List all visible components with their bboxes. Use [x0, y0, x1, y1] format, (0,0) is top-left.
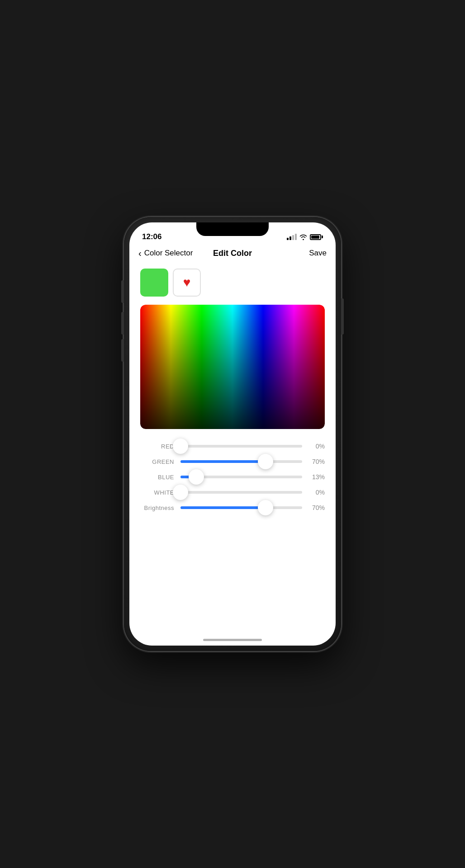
phone-frame: 12:06 ‹ — [124, 217, 341, 651]
notch — [196, 222, 269, 236]
slider-thumb-white[interactable] — [173, 485, 188, 500]
content-area: ♥ RED 0% GREEN — [129, 261, 336, 519]
slider-fill-green — [180, 460, 266, 463]
slider-label-red: RED — [140, 443, 174, 450]
slider-row-brightness: Brightness 70% — [140, 504, 325, 511]
slider-track-bg-green — [180, 460, 302, 463]
slider-track-bg-brightness — [180, 506, 302, 509]
save-button[interactable]: Save — [309, 249, 327, 258]
slider-label-blue: BLUE — [140, 474, 174, 481]
slider-track-red[interactable] — [180, 445, 302, 448]
slider-value-brightness: 70% — [308, 504, 325, 511]
slider-row-green: GREEN 70% — [140, 458, 325, 465]
page-title: Edit Color — [213, 249, 252, 258]
swatches-row: ♥ — [140, 269, 325, 297]
gradient-background — [140, 305, 325, 429]
slider-thumb-green[interactable] — [258, 454, 273, 469]
slider-row-blue: BLUE 13% — [140, 473, 325, 481]
slider-value-white: 0% — [308, 489, 325, 496]
slider-fill-brightness — [180, 506, 266, 509]
phone-screen: 12:06 ‹ — [129, 222, 336, 646]
slider-track-blue[interactable] — [180, 476, 302, 478]
slider-track-green[interactable] — [180, 460, 302, 463]
slider-label-brightness: Brightness — [140, 505, 174, 511]
slider-thumb-brightness[interactable] — [258, 500, 273, 515]
slider-thumb-blue[interactable] — [189, 469, 204, 485]
slider-value-green: 70% — [308, 458, 325, 465]
slider-label-green: GREEN — [140, 458, 174, 465]
slider-row-red: RED 0% — [140, 443, 325, 450]
navigation-bar: ‹ Color Selector Edit Color Save — [129, 245, 336, 261]
back-button[interactable]: ‹ Color Selector — [138, 249, 193, 258]
sliders-section: RED 0% GREEN 70% BLUE — [140, 443, 325, 511]
color-swatch-heart[interactable]: ♥ — [173, 269, 201, 297]
slider-thumb-red[interactable] — [173, 439, 188, 454]
battery-icon — [310, 234, 323, 240]
slider-label-white: WHITE — [140, 489, 174, 496]
slider-track-bg-white — [180, 491, 302, 494]
status-icons — [287, 234, 323, 240]
slider-row-white: WHITE 0% — [140, 489, 325, 496]
slider-value-red: 0% — [308, 443, 325, 450]
heart-icon: ♥ — [183, 276, 191, 289]
back-label: Color Selector — [144, 249, 193, 258]
slider-track-bg-red — [180, 445, 302, 448]
home-indicator — [203, 639, 262, 641]
slider-track-brightness[interactable] — [180, 506, 302, 509]
signal-icon — [287, 234, 297, 240]
wifi-icon — [299, 234, 307, 240]
slider-value-blue: 13% — [308, 473, 325, 481]
color-picker-gradient[interactable] — [140, 305, 325, 429]
status-time: 12:06 — [142, 232, 161, 241]
chevron-left-icon: ‹ — [138, 249, 142, 258]
color-swatch-green[interactable] — [140, 269, 168, 297]
slider-track-white[interactable] — [180, 491, 302, 494]
